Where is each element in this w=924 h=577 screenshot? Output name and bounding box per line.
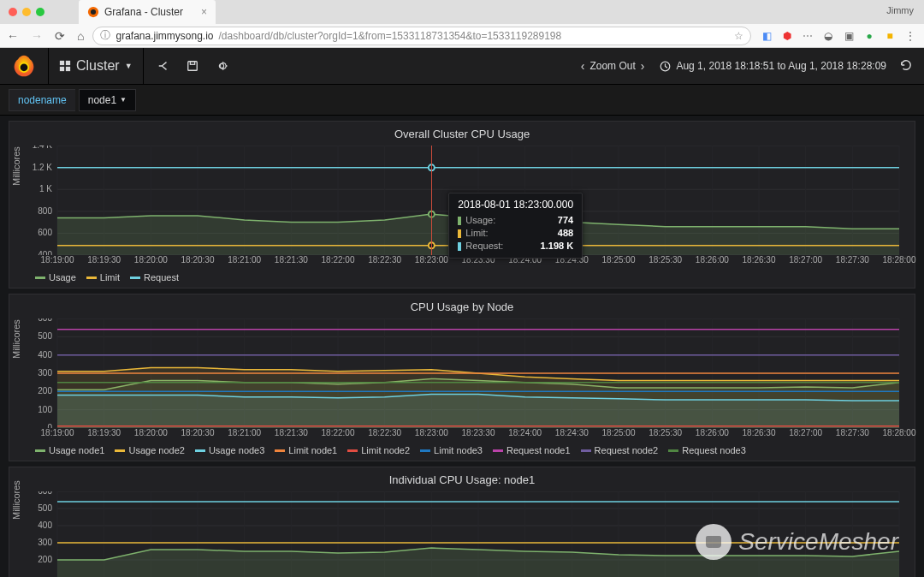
save-icon[interactable] [187, 60, 198, 72]
time-range-picker[interactable]: Aug 1, 2018 18:18:51 to Aug 1, 2018 18:2… [660, 60, 886, 72]
legend-item[interactable]: Request node3 [668, 445, 746, 455]
y-axis-label: Millicores [11, 146, 21, 186]
chevron-down-icon: ▼ [125, 62, 133, 70]
svg-text:400: 400 [38, 520, 52, 530]
legend-item[interactable]: Usage node2 [115, 445, 184, 455]
zoom-next-icon[interactable]: › [641, 59, 645, 73]
legend-swatch-icon [115, 449, 125, 452]
svg-rect-7 [187, 62, 197, 71]
svg-text:100: 100 [38, 405, 52, 414]
browser-tab-title: Grafana - Cluster [104, 6, 183, 18]
ext-icon-7[interactable]: ■ [883, 29, 897, 43]
legend-item[interactable]: Request [130, 272, 179, 283]
svg-text:1 K: 1 K [39, 184, 52, 193]
reload-icon[interactable]: ⟳ [55, 29, 65, 43]
chart-panel[interactable]: Individual CPU Usage: node1Millicores200… [9, 467, 915, 577]
browser-tab[interactable]: Grafana - Cluster × [79, 0, 216, 24]
svg-text:1.4 K: 1.4 K [33, 146, 53, 150]
ext-icon-5[interactable]: ▣ [842, 29, 856, 43]
grafana-logo-icon[interactable] [0, 54, 48, 78]
legend-swatch-icon [35, 449, 45, 452]
svg-rect-4 [66, 61, 70, 65]
ext-icon-3[interactable]: ⋯ [801, 29, 814, 43]
chart-area[interactable]: Millicores010020030040050060018:19:0018:… [9, 318, 915, 442]
ext-icon-6[interactable]: ● [862, 29, 876, 43]
home-icon[interactable]: ⌂ [77, 29, 84, 43]
svg-text:600: 600 [38, 318, 52, 323]
extension-icons: ◧ ⬢ ⋯ ◒ ▣ ● ■ ⋮ [760, 29, 917, 43]
svg-rect-6 [66, 67, 70, 71]
ext-icon-pocket[interactable]: ◒ [821, 29, 835, 43]
legend-item[interactable]: Request node1 [493, 445, 571, 455]
dashboard-grid-icon [59, 60, 71, 72]
legend-item[interactable]: Usage node1 [35, 445, 104, 455]
legend-label: Request node2 [595, 445, 659, 455]
legend-item[interactable]: Request node2 [581, 445, 659, 455]
panel-title: Overall Cluster CPU Usage [9, 122, 915, 146]
svg-text:200: 200 [38, 555, 52, 564]
svg-text:600: 600 [38, 228, 52, 237]
window-controls[interactable] [9, 8, 44, 16]
legend-label: Usage node2 [128, 445, 184, 455]
legend-label: Limit node2 [361, 445, 410, 455]
panel-title: Individual CPU Usage: node1 [9, 467, 915, 491]
legend-item[interactable]: Limit node1 [275, 445, 337, 455]
svg-rect-8 [190, 62, 194, 65]
svg-text:500: 500 [38, 331, 52, 341]
zoom-prev-icon[interactable]: ‹ [581, 59, 585, 73]
refresh-icon[interactable] [900, 59, 912, 74]
svg-text:400: 400 [38, 350, 52, 360]
chart-legend: UsageLimitRequest [9, 269, 915, 288]
variable-value-dropdown[interactable]: node1 ▼ [79, 89, 136, 111]
svg-point-42 [429, 242, 435, 248]
chart-area[interactable]: Millicores20030040050060018:19:0018:19:3… [9, 491, 915, 577]
legend-swatch-icon [195, 449, 205, 452]
chart-panel[interactable]: Overall Cluster CPU UsageMillicores40060… [9, 121, 915, 288]
chart-tooltip: 2018-08-01 18:23:00.000Usage:774Limit:48… [448, 193, 583, 259]
settings-gear-icon[interactable] [216, 60, 228, 72]
ext-icon-ublock[interactable]: ⬢ [780, 29, 794, 43]
forward-icon[interactable]: → [31, 29, 43, 43]
url-host: grafana.jimmysong.io [116, 30, 213, 42]
legend-swatch-icon [581, 449, 591, 452]
zoom-out-button[interactable]: Zoom Out [589, 60, 635, 72]
close-window-icon[interactable] [9, 8, 17, 16]
svg-text:800: 800 [38, 206, 52, 216]
legend-item[interactable]: Usage [35, 272, 76, 283]
svg-point-41 [429, 211, 435, 217]
chevron-down-icon: ▼ [120, 96, 127, 104]
browser-menu-icon[interactable]: ⋮ [903, 29, 917, 43]
back-icon[interactable]: ← [7, 29, 19, 43]
svg-point-2 [20, 63, 29, 73]
bookmark-star-icon[interactable]: ☆ [734, 30, 743, 42]
chart-area[interactable]: Millicores4006008001 K1.2 K1.4 K18:19:00… [9, 146, 915, 269]
minimize-window-icon[interactable] [22, 8, 31, 16]
legend-swatch-icon [493, 449, 503, 452]
svg-text:200: 200 [38, 386, 52, 396]
chart-svg[interactable]: 200300400500600 [9, 491, 915, 577]
close-tab-icon[interactable]: × [201, 6, 207, 18]
legend-item[interactable]: Limit node3 [420, 445, 483, 455]
legend-item[interactable]: Limit node2 [347, 445, 410, 455]
legend-label: Usage [49, 272, 76, 283]
ext-icon-1[interactable]: ◧ [760, 29, 773, 43]
chart-svg[interactable]: 0100200300400500600 [9, 318, 915, 428]
dashboard-name: Cluster [76, 58, 120, 74]
variable-value-text: node1 [88, 94, 116, 106]
share-icon[interactable] [157, 60, 169, 72]
address-bar[interactable]: ⓘ grafana.jimmysong.io/dashboard/db/clus… [92, 27, 751, 45]
legend-swatch-icon [86, 277, 97, 279]
legend-item[interactable]: Limit [86, 272, 120, 283]
clock-icon [660, 61, 671, 72]
site-info-icon[interactable]: ⓘ [100, 28, 110, 43]
browser-profile-label[interactable]: Jimmy [886, 5, 914, 15]
legend-item[interactable]: Usage node3 [195, 445, 264, 455]
svg-rect-3 [60, 61, 64, 65]
chart-panel[interactable]: CPU Usage by NodeMillicores0100200300400… [9, 294, 915, 461]
legend-label: Request node1 [506, 445, 571, 455]
legend-label: Usage node3 [209, 445, 264, 455]
dashboard-picker[interactable]: Cluster ▼ [48, 48, 144, 84]
maximize-window-icon[interactable] [36, 8, 44, 16]
svg-point-1 [91, 9, 96, 15]
legend-swatch-icon [420, 449, 430, 452]
